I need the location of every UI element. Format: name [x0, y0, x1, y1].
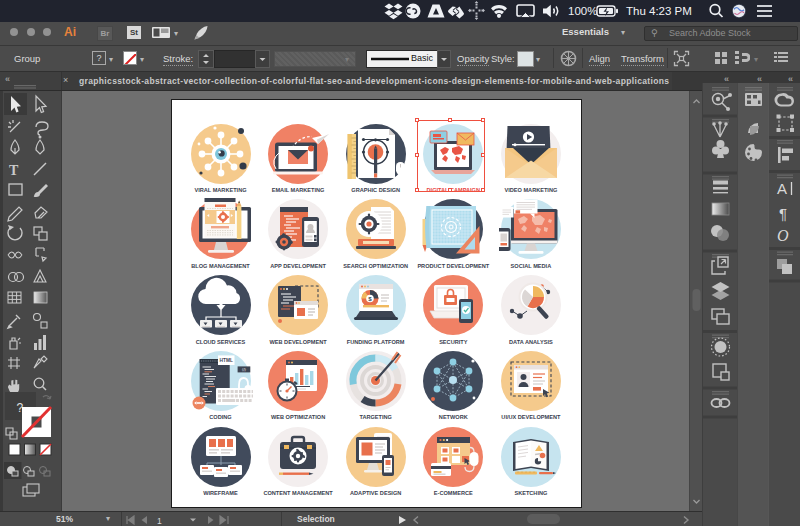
- svg-text:〈/〉: 〈/〉: [242, 367, 246, 372]
- svg-text:Thu 4:23 PM: Thu 4:23 PM: [626, 5, 692, 17]
- svg-text:HTML: HTML: [219, 358, 232, 363]
- svg-text:A: A: [777, 180, 787, 197]
- svg-text:100%: 100%: [568, 5, 597, 17]
- svg-text:O: O: [777, 227, 789, 244]
- svg-text:¶: ¶: [779, 205, 787, 222]
- svg-text:T: T: [9, 163, 19, 178]
- svg-text:1: 1: [157, 516, 162, 526]
- svg-text:$: $: [368, 295, 372, 302]
